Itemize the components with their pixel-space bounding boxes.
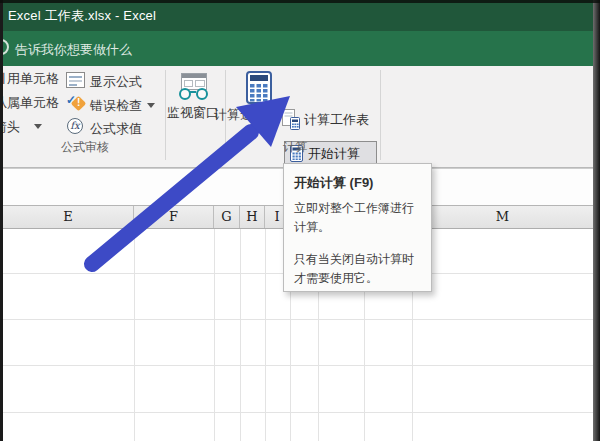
tooltip-body-2: 只有当关闭自动计算时才需要使用它。: [294, 250, 421, 288]
formula-auditing-group-label: 公式审核: [0, 139, 170, 156]
screenshot-edge: [593, 0, 600, 441]
evaluate-formula-icon: fx: [67, 118, 83, 134]
column-header-E[interactable]: E: [3, 206, 134, 228]
error-checking-button[interactable]: 错误检查: [90, 97, 142, 115]
gridline: [265, 229, 266, 441]
column-header-H[interactable]: H: [240, 206, 265, 228]
show-formulas-icon: [66, 72, 85, 88]
title-bar: Excel 工作表.xlsx - Excel: [0, 0, 600, 31]
remove-arrows-button[interactable]: 箭头: [0, 118, 20, 136]
gridline: [3, 365, 594, 366]
remove-arrows-dropdown-icon[interactable]: [34, 124, 42, 129]
show-formulas-button[interactable]: 显示公式: [90, 73, 142, 91]
trace-dependents-button[interactable]: 从属单元格: [0, 94, 59, 112]
calculate-sheet-button[interactable]: 计算工作表: [282, 109, 369, 130]
calculate-sheet-icon: [282, 109, 300, 130]
error-checking-dropdown-icon[interactable]: [147, 103, 155, 108]
gridline: [134, 229, 135, 441]
error-checking-icon: ✓ !: [66, 96, 86, 112]
tell-me-label: 告诉我你想要做什么: [15, 41, 132, 59]
column-header-M[interactable]: M: [412, 206, 594, 228]
calculate-sheet-label: 计算工作表: [304, 111, 369, 129]
column-header-G[interactable]: G: [214, 206, 240, 228]
gridline: [3, 319, 594, 320]
calculation-group-label: 计算: [272, 139, 318, 156]
tooltip-title: 开始计算 (F9): [294, 174, 421, 192]
screenshot-edge: [0, 0, 600, 3]
gridline: [214, 229, 215, 441]
group-separator: [380, 70, 381, 160]
calculator-icon: [246, 71, 272, 104]
trace-precedents-button[interactable]: 引用单元格: [0, 70, 59, 88]
gridline: [240, 229, 241, 441]
tooltip-body-1: 立即对整个工作簿进行计算。: [294, 199, 421, 237]
ribbon: 引用单元格 从属单元格 箭头 显示公式 ✓ ! 错误检查 fx 公式求值 公式审…: [0, 66, 600, 168]
calculate-now-tooltip: 开始计算 (F9) 立即对整个工作簿进行计算。 只有当关闭自动计算时才需要使用它…: [283, 163, 432, 292]
calculation-options-label: 计算选项: [214, 106, 266, 124]
evaluate-formula-button[interactable]: 公式求值: [90, 120, 142, 138]
excel-window: Excel 工作表.xlsx - Excel 告诉我你想要做什么 引用单元格 从…: [0, 0, 600, 441]
gridline: [3, 412, 594, 413]
window-title: Excel 工作表.xlsx - Excel: [8, 7, 156, 25]
column-header-F[interactable]: F: [134, 206, 214, 228]
watch-window-label: 监视窗口: [167, 104, 219, 122]
group-separator: [165, 70, 166, 160]
tell-me-bar[interactable]: 告诉我你想要做什么: [0, 31, 600, 66]
screenshot-edge: [0, 0, 3, 441]
